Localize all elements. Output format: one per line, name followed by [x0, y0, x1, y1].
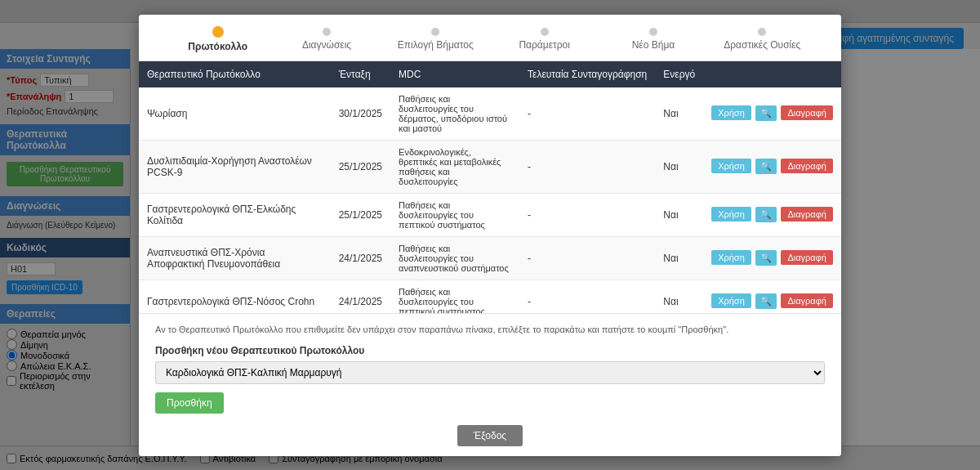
col-entaxi: Ένταξη	[331, 61, 390, 87]
delete-btn-2[interactable]: Διαγραφή	[781, 207, 833, 222]
wizard-step-2: Επιλογή Βήματος	[381, 28, 490, 51]
col-energo: Ενεργό	[655, 61, 703, 87]
step-label-2: Επιλογή Βήματος	[398, 39, 474, 51]
wizard-step-5: Δραστικές Ουσίες	[708, 28, 817, 51]
wizard-steps: Πρωτόκολλο Διαγνώσεις Επιλογή Βήματος Πα…	[139, 15, 841, 61]
cell-protocol-0: Ψωρίαση	[139, 87, 331, 141]
modal-dialog: Πρωτόκολλο Διαγνώσεις Επιλογή Βήματος Πα…	[139, 15, 841, 456]
footer-actions: Έξοδος	[155, 422, 825, 446]
table-body: Ψωρίαση 30/1/2025 Παθήσεις και δυσλειτου…	[139, 87, 841, 314]
cell-mdc-4: Παθήσεις και δυσλειτουργίες του πεπτικού…	[390, 280, 519, 313]
delete-btn-3[interactable]: Διαγραφή	[781, 250, 833, 265]
table-header-row: Θεραπευτικό Πρωτόκολλο Ένταξη MDC Τελευτ…	[139, 61, 841, 87]
step-label-4: Νέο Βήμα	[632, 39, 675, 51]
add-protocol-row: Καρδιολογικά ΘΠΣ-Καλπική Μαρμαρυγή	[155, 361, 825, 384]
add-protocol-label: Προσθήκη νέου Θεραπευτικού Πρωτοκόλλου	[155, 345, 825, 356]
xrisi-btn-2[interactable]: Χρήση	[711, 207, 751, 222]
step-label-3: Παράμετροι	[519, 39, 570, 51]
cell-energo-4: Ναι	[655, 280, 703, 313]
col-protocol: Θεραπευτικό Πρωτόκολλο	[139, 61, 331, 87]
step-dot-4	[649, 28, 657, 36]
cell-entaxi-3: 24/1/2025	[331, 236, 390, 280]
xrisi-btn-0[interactable]: Χρήση	[711, 105, 751, 120]
eksodos-button[interactable]: Έξοδος	[457, 425, 523, 446]
search-btn-2[interactable]: 🔍	[755, 207, 777, 222]
cell-entaxi-1: 25/1/2025	[331, 140, 390, 193]
cell-last-3: -	[519, 236, 655, 280]
step-dot-2	[431, 28, 439, 36]
protocol-table: Θεραπευτικό Πρωτόκολλο Ένταξη MDC Τελευτ…	[139, 61, 841, 314]
search-btn-4[interactable]: 🔍	[755, 293, 777, 309]
cell-last-4: -	[519, 280, 655, 313]
cell-protocol-1: Δυσλιπιδαιμία-Χορήγηση Αναστολέων PCSK-9	[139, 140, 331, 193]
step-label-1: Διαγνώσεις	[302, 39, 351, 51]
step-label-5: Δραστικές Ουσίες	[724, 39, 800, 51]
cell-entaxi-2: 25/1/2025	[331, 193, 390, 236]
cell-entaxi-0: 30/1/2025	[331, 87, 390, 141]
wizard-step-1: Διαγνώσεις	[272, 28, 381, 51]
step-dot-1	[323, 28, 331, 36]
table-row: Αναπνευστικά ΘΠΣ-Χρόνια Αποφρακτική Πνευ…	[139, 236, 841, 280]
xrisi-btn-4[interactable]: Χρήση	[711, 293, 751, 308]
xrisi-btn-3[interactable]: Χρήση	[711, 250, 751, 265]
cell-actions-2: Χρήση 🔍 Διαγραφή	[703, 193, 841, 236]
step-dot-0	[212, 26, 224, 38]
cell-protocol-4: Γαστρεντερολογικά ΘΠΣ-Νόσος Crohn	[139, 280, 331, 313]
delete-btn-1[interactable]: Διαγραφή	[781, 159, 833, 173]
search-btn-3[interactable]: 🔍	[755, 250, 777, 266]
prosthiki-button[interactable]: Προσθήκη	[155, 392, 224, 414]
cell-mdc-2: Παθήσεις και δυσλειτουργίες του πεπτικού…	[390, 193, 519, 236]
wizard-step-3: Παράμετροι	[490, 28, 599, 51]
protocol-dropdown[interactable]: Καρδιολογικά ΘΠΣ-Καλπική Μαρμαρυγή	[155, 361, 825, 384]
wizard-step-4: Νέο Βήμα	[599, 28, 707, 51]
col-mdc: MDC	[390, 61, 519, 87]
search-btn-1[interactable]: 🔍	[755, 159, 777, 174]
search-btn-0[interactable]: 🔍	[755, 105, 777, 121]
cell-last-0: -	[519, 87, 655, 141]
cell-protocol-2: Γαστρεντερολογικά ΘΠΣ-Ελκώδης Κολίτιδα	[139, 193, 331, 236]
cell-entaxi-4: 24/1/2025	[331, 280, 390, 313]
wizard-step-0: Πρωτόκολλο	[163, 26, 272, 52]
table-row: Γαστρεντερολογικά ΘΠΣ-Ελκώδης Κολίτιδα 2…	[139, 193, 841, 236]
delete-btn-0[interactable]: Διαγραφή	[781, 105, 833, 120]
cell-last-1: -	[519, 140, 655, 193]
modal-body: Θεραπευτικό Πρωτόκολλο Ένταξη MDC Τελευτ…	[139, 61, 841, 314]
table-row: Δυσλιπιδαιμία-Χορήγηση Αναστολέων PCSK-9…	[139, 140, 841, 193]
cell-energo-3: Ναι	[655, 236, 703, 280]
table-row: Γαστρεντερολογικά ΘΠΣ-Νόσος Crohn 24/1/2…	[139, 280, 841, 313]
step-dot-5	[758, 28, 766, 36]
col-last: Τελευταία Συνταγογράφηση	[519, 61, 655, 87]
cell-energo-0: Ναι	[655, 87, 703, 141]
cell-protocol-3: Αναπνευστικά ΘΠΣ-Χρόνια Αποφρακτική Πνευ…	[139, 236, 331, 280]
footer-hint: Αν το Θεραπευτικό Πρωτόκολλο που επιθυμε…	[155, 324, 825, 336]
cell-energo-1: Ναι	[655, 140, 703, 193]
cell-energo-2: Ναι	[655, 193, 703, 236]
cell-actions-4: Χρήση 🔍 Διαγραφή	[703, 280, 841, 313]
cell-mdc-1: Ενδοκρινολογικές, θρεπτικές και μεταβολι…	[390, 140, 519, 193]
cell-actions-3: Χρήση 🔍 Διαγραφή	[703, 236, 841, 280]
cell-actions-0: Χρήση 🔍 Διαγραφή	[703, 87, 841, 141]
col-actions	[703, 61, 841, 87]
cell-mdc-0: Παθήσεις και δυσλειτουργίες του δέρματος…	[390, 87, 519, 141]
cell-last-2: -	[519, 193, 655, 236]
delete-btn-4[interactable]: Διαγραφή	[781, 293, 833, 308]
modal-footer: Αν το Θεραπευτικό Πρωτόκολλο που επιθυμε…	[139, 313, 841, 455]
cell-actions-1: Χρήση 🔍 Διαγραφή	[703, 140, 841, 193]
table-row: Ψωρίαση 30/1/2025 Παθήσεις και δυσλειτου…	[139, 87, 841, 141]
step-dot-3	[541, 28, 549, 36]
xrisi-btn-1[interactable]: Χρήση	[711, 159, 751, 173]
step-label-0: Πρωτόκολλο	[188, 41, 247, 52]
cell-mdc-3: Παθήσεις και δυσλειτουργίες του αναπνευσ…	[390, 236, 519, 280]
modal-overlay: Πρωτόκολλο Διαγνώσεις Επιλογή Βήματος Πα…	[0, 0, 980, 470]
